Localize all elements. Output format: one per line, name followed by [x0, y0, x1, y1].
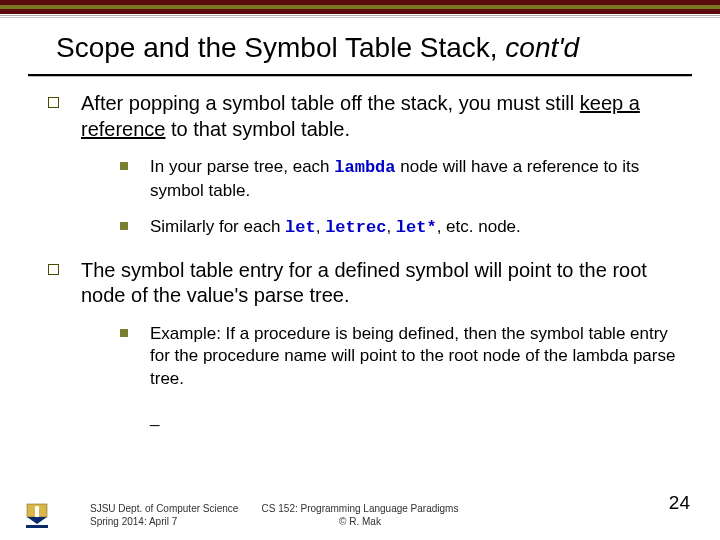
footer-center: CS 152: Programming Language Paradigms ©… [262, 503, 459, 528]
bullet-outline-icon [48, 264, 59, 275]
slide-body: After popping a symbol table off the sta… [0, 77, 720, 428]
slide-footer: SJSU Dept. of Computer Science Spring 20… [0, 503, 720, 528]
footer-date: Spring 2014: April 7 [90, 516, 238, 529]
decorative-top-bars [0, 0, 720, 18]
title-text-plain: Scope and the Symbol Table Stack, [56, 32, 505, 63]
slide-title: Scope and the Symbol Table Stack, cont'd [0, 18, 720, 74]
list-item-text: After popping a symbol table off the sta… [81, 91, 680, 142]
footer-left: SJSU Dept. of Computer Science Spring 20… [90, 503, 238, 528]
footer-course: CS 152: Programming Language Paradigms [262, 503, 459, 516]
bullet-outline-icon [48, 97, 59, 108]
list-item: The symbol table entry for a defined sym… [48, 258, 680, 309]
code-keyword: let* [396, 218, 437, 237]
code-keyword: lambda [334, 158, 395, 177]
sub-list-item-text: Similarly for each let, letrec, let*, et… [150, 216, 521, 239]
code-keyword: let [285, 218, 316, 237]
footer-author: © R. Mak [262, 516, 459, 529]
list-item: After popping a symbol table off the sta… [48, 91, 680, 142]
title-text-italic: cont'd [505, 32, 579, 63]
trailing-dash: _ [150, 408, 680, 428]
sub-list-item-text: In your parse tree, each lambda node wil… [150, 156, 680, 202]
code-keyword: letrec [325, 218, 386, 237]
footer-dept: SJSU Dept. of Computer Science [90, 503, 238, 516]
sub-list-item-text: Example: If a procedure is being defined… [150, 323, 680, 390]
sub-list-item: In your parse tree, each lambda node wil… [120, 156, 680, 202]
list-item-text: The symbol table entry for a defined sym… [81, 258, 680, 309]
page-number: 24 [669, 492, 690, 514]
underlined-text: keep a reference [81, 92, 640, 140]
sub-list: In your parse tree, each lambda node wil… [120, 156, 680, 239]
sub-list: Example: If a procedure is being defined… [120, 323, 680, 390]
bullet-filled-icon [120, 162, 128, 170]
bullet-filled-icon [120, 329, 128, 337]
sub-list-item: Example: If a procedure is being defined… [120, 323, 680, 390]
sub-list-item: Similarly for each let, letrec, let*, et… [120, 216, 680, 239]
bullet-filled-icon [120, 222, 128, 230]
